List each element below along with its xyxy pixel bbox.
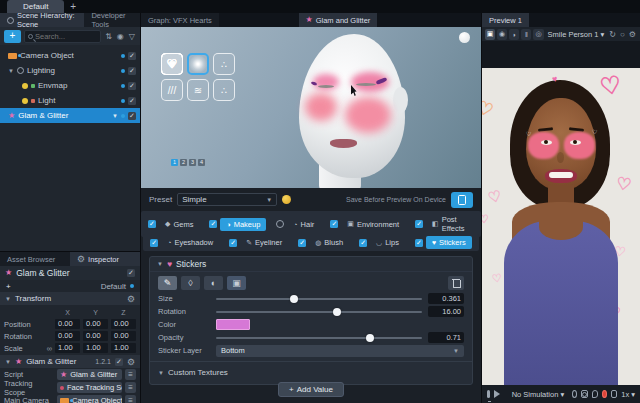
- tab-glam-and-glitter[interactable]: ★ Glam and Glitter: [299, 13, 378, 27]
- lips-checkbox[interactable]: ✓: [359, 239, 367, 247]
- sticker-tile-sparkle-dots[interactable]: ∴: [213, 53, 235, 75]
- opacity-slider[interactable]: [216, 337, 422, 339]
- script-field[interactable]: ★Glam & Glitter: [57, 369, 122, 380]
- record-button[interactable]: [602, 390, 607, 398]
- sticker-tile-slashes[interactable]: ///: [161, 79, 183, 101]
- rotate-device-icon[interactable]: ↻: [608, 30, 617, 39]
- webcam-button[interactable]: ◉: [497, 29, 507, 40]
- subtab-stickers[interactable]: ✓ ♥Stickers: [411, 236, 476, 249]
- tree-item-envmap[interactable]: Envmap ✓: [0, 78, 140, 93]
- person-select[interactable]: Smile Person 1 ▾: [548, 30, 605, 39]
- category-environment[interactable]: ✓ ▣Environment: [326, 218, 409, 231]
- tree-item-glam-glitter[interactable]: ★ Glam & Glitter ▼✓: [0, 108, 140, 123]
- tab-inspector[interactable]: ⚙ Inspector: [70, 252, 140, 266]
- speaker-icon[interactable]: [494, 390, 504, 398]
- eye-button[interactable]: ◎: [533, 29, 543, 40]
- category-post-effects[interactable]: ✓ ◧Post Effects: [411, 213, 478, 235]
- page-2[interactable]: 2: [180, 159, 187, 166]
- gear-icon[interactable]: ⚙: [127, 357, 135, 367]
- collapse-caret-icon[interactable]: ▼: [157, 261, 163, 267]
- scale-link-icon[interactable]: ∞: [47, 344, 52, 353]
- chat-bubble-icon[interactable]: [592, 390, 598, 398]
- send-to-device-button[interactable]: [451, 192, 473, 208]
- scale-z-field[interactable]: 1.00: [111, 343, 136, 353]
- tab-preview-1[interactable]: Preview 1: [482, 13, 529, 27]
- microphone-icon[interactable]: [487, 390, 490, 398]
- body-tracking-icon[interactable]: [572, 390, 577, 398]
- stickers-section-header[interactable]: ▼ ♥ Stickers: [150, 257, 472, 272]
- sticker-tile-plain-heart[interactable]: ♡: [161, 53, 183, 75]
- opacity-value[interactable]: 0.71: [428, 332, 464, 343]
- stickers-checkbox[interactable]: ✓: [415, 239, 423, 247]
- playback-speed-select[interactable]: 1x ▾: [621, 390, 635, 399]
- sticker-tile-glow-circle[interactable]: [187, 53, 209, 75]
- makeup-checkbox[interactable]: ✓: [209, 220, 217, 228]
- sticker-layer-select[interactable]: Bottom▼: [216, 345, 464, 357]
- rotation-slider[interactable]: [216, 311, 422, 313]
- gear-icon[interactable]: ⚙: [127, 294, 135, 304]
- environment-checkbox[interactable]: ✓: [330, 220, 338, 228]
- mirror-tool-button[interactable]: ◐: [204, 276, 223, 290]
- size-value[interactable]: 0.361: [428, 293, 464, 304]
- screenshot-icon[interactable]: [611, 390, 617, 398]
- tab-scene-hierarchy[interactable]: Scene Hierarchy: Scene: [0, 13, 84, 27]
- position-x-field[interactable]: 0.00: [55, 319, 80, 329]
- chevron-down-icon[interactable]: ▼: [112, 113, 118, 119]
- post-effects-checkbox[interactable]: ✓: [415, 220, 423, 228]
- size-slider-thumb[interactable]: [290, 295, 298, 303]
- color-swatch[interactable]: [216, 319, 250, 330]
- rotation-y-field[interactable]: 0.00: [83, 331, 108, 341]
- enabled-checkbox[interactable]: ✓: [128, 82, 136, 90]
- tab-asset-browser[interactable]: Asset Browser: [0, 252, 70, 266]
- preset-select[interactable]: Simple▼: [177, 193, 277, 206]
- sticker-tile-scribble[interactable]: ≋: [187, 79, 209, 101]
- collapse-caret-icon[interactable]: ▼: [158, 370, 164, 376]
- eraser-tool-button[interactable]: ◊: [181, 276, 200, 290]
- rotation-x-field[interactable]: 0.00: [55, 331, 80, 341]
- subtab-eyeliner[interactable]: ✓ ✎Eyeliner: [225, 236, 292, 249]
- component-section-header[interactable]: ▼ ★ Glam & Glitter 1.2.1 ✓ ⚙: [0, 355, 140, 368]
- hair-checkbox[interactable]: [276, 220, 284, 228]
- delete-button[interactable]: [448, 276, 464, 290]
- category-hair[interactable]: ◔Hair: [272, 218, 324, 231]
- circle-icon[interactable]: ○: [619, 30, 626, 39]
- rotation-z-field[interactable]: 0.00: [111, 331, 136, 341]
- add-property-button[interactable]: +: [6, 282, 11, 291]
- scale-y-field[interactable]: 1.00: [83, 343, 108, 353]
- search-input[interactable]: [35, 32, 97, 41]
- camera-capture-icon[interactable]: [581, 390, 588, 398]
- category-makeup[interactable]: ✓ ◑Makeup: [205, 218, 270, 231]
- opacity-slider-thumb[interactable]: [366, 334, 374, 342]
- picker-icon[interactable]: ≡: [125, 395, 136, 403]
- tab-graph-vfx-hearts[interactable]: Graph: VFX Hearts: [141, 13, 219, 27]
- eyeshadow-checkbox[interactable]: ✓: [150, 239, 158, 247]
- search-input-wrap[interactable]: [24, 30, 101, 43]
- preview-image[interactable]: ♡♡♡♡♡♡♡♡♡♡ ♥ ♡ ♡: [482, 68, 640, 385]
- rotation-value[interactable]: 16.00: [428, 306, 464, 317]
- tree-item-light[interactable]: Light ✓: [0, 93, 140, 108]
- page-1[interactable]: 1: [171, 159, 178, 166]
- visibility-icon[interactable]: ◉: [116, 32, 125, 41]
- brush-tool-button[interactable]: ✎: [158, 276, 177, 290]
- custom-textures-header[interactable]: ▼ Custom Textures: [150, 366, 472, 379]
- tree-item-lighting[interactable]: ▼ Lighting ✓: [0, 63, 140, 78]
- pause-button[interactable]: ‖: [521, 29, 531, 40]
- collapse-caret-icon[interactable]: ▼: [5, 359, 11, 365]
- panel-divider[interactable]: [481, 13, 482, 403]
- snapcode-button[interactable]: ◗: [509, 29, 519, 40]
- rotation-slider-thumb[interactable]: [333, 308, 341, 316]
- layer-label[interactable]: Default: [101, 282, 126, 291]
- position-y-field[interactable]: 0.00: [83, 319, 108, 329]
- enabled-checkbox[interactable]: ✓: [128, 52, 136, 60]
- picker-icon[interactable]: ≡: [125, 382, 136, 393]
- eyeliner-checkbox[interactable]: ✓: [229, 239, 237, 247]
- tracking-scope-field[interactable]: Face Tracking Scope: [57, 382, 122, 393]
- filter-icon[interactable]: ▽: [128, 32, 136, 41]
- panel-divider[interactable]: [140, 13, 141, 403]
- gear-icon[interactable]: ⚙: [628, 30, 637, 39]
- tree-item-camera-object[interactable]: Camera Object ✓: [0, 48, 140, 63]
- blush-checkbox[interactable]: ✓: [298, 239, 306, 247]
- page-4[interactable]: 4: [198, 159, 205, 166]
- category-gems[interactable]: ✓ ◆Gems: [144, 218, 203, 231]
- sticker-tile-speckle[interactable]: ∴: [213, 79, 235, 101]
